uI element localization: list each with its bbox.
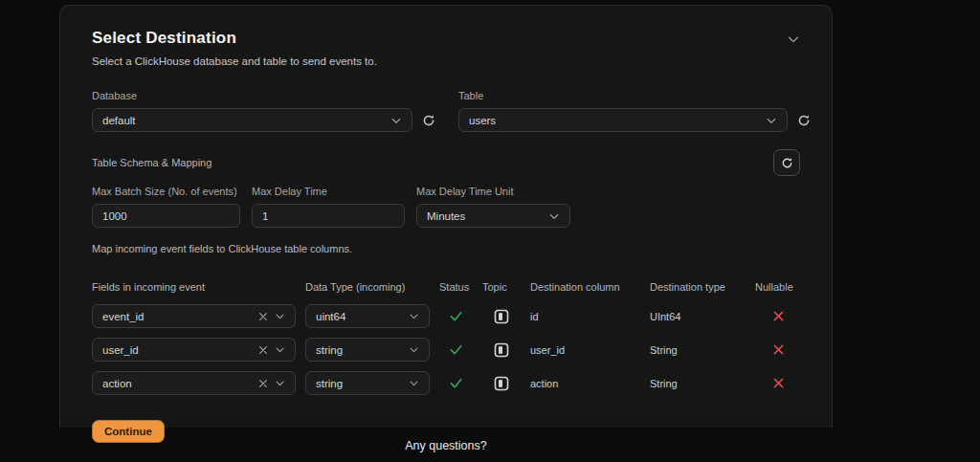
mapping-row: user_id string user_id String — [92, 338, 800, 362]
chevron-down-icon — [766, 115, 777, 126]
schema-refresh-button[interactable] — [773, 149, 800, 176]
max-batch-size-label: Max Batch Size (No. of events) — [92, 186, 240, 197]
page-title: Select Destination — [92, 29, 236, 48]
max-delay-time-label: Max Delay Time — [252, 186, 405, 197]
status-check-icon — [439, 309, 473, 323]
data-type-select-value: uint64 — [316, 311, 345, 322]
clear-icon[interactable] — [258, 345, 268, 355]
destination-column-value: user_id — [530, 344, 640, 356]
schema-section-header: Table Schema & Mapping — [92, 149, 800, 176]
data-type-select[interactable]: string — [305, 371, 430, 395]
nullable-cross-icon — [755, 378, 801, 388]
col-header-destination-column: Destination column — [530, 281, 640, 293]
select-destination-card: Select Destination Select a ClickHouse d… — [59, 5, 833, 428]
table-refresh-icon[interactable] — [797, 108, 811, 132]
max-delay-time-group: Max Delay Time — [252, 186, 405, 228]
max-delay-time-input[interactable] — [252, 204, 405, 228]
status-check-icon — [439, 376, 473, 390]
footer: Any questions? — [59, 436, 833, 453]
field-select-value: event_id — [102, 311, 144, 322]
field-select[interactable]: event_id — [92, 304, 296, 328]
mapping-table: Fields in incoming event Data Type (inco… — [92, 281, 800, 395]
clear-icon[interactable] — [258, 312, 268, 321]
table-select-value: users — [469, 115, 496, 126]
col-header-destination-type: Destination type — [650, 281, 746, 293]
destination-column-value: action — [530, 378, 640, 389]
max-delay-time-unit-label: Max Delay Time Unit — [416, 186, 570, 197]
max-delay-time-unit-select[interactable]: Minutes — [416, 204, 570, 228]
chevron-down-icon — [409, 344, 419, 355]
max-delay-time-unit-value: Minutes — [427, 210, 465, 222]
field-select[interactable]: action — [92, 371, 296, 395]
data-type-select-value: string — [316, 378, 343, 389]
topic-icon[interactable] — [482, 309, 521, 324]
status-check-icon — [439, 342, 473, 357]
topic-icon[interactable] — [482, 342, 521, 358]
chevron-down-icon — [275, 378, 285, 388]
col-header-fields: Fields in incoming event — [92, 281, 296, 293]
database-select-value: default — [102, 115, 136, 126]
card-header: Select Destination — [92, 29, 800, 48]
table-label: Table — [458, 90, 811, 101]
field-select-value: user_id — [102, 344, 139, 356]
footer-question-link[interactable]: Any questions? — [405, 439, 486, 452]
topic-icon[interactable] — [482, 376, 521, 391]
chevron-down-icon — [275, 311, 285, 321]
chevron-down-icon — [409, 378, 419, 388]
collapse-chevron-icon[interactable] — [787, 33, 800, 46]
col-header-topic: Topic — [482, 281, 521, 293]
field-select-value: action — [102, 378, 132, 389]
mapping-hint: Map incoming event fields to ClickHouse … — [92, 243, 800, 254]
destination-type-value: String — [650, 378, 746, 389]
destination-type-value: UInt64 — [650, 311, 746, 322]
table-group: Table users — [458, 90, 811, 132]
database-table-row: Database default Table users — [92, 90, 800, 132]
data-type-select-value: string — [316, 344, 343, 356]
batch-settings-row: Max Batch Size (No. of events) Max Delay… — [92, 186, 800, 228]
database-select[interactable]: default — [92, 108, 412, 132]
chevron-down-icon — [275, 344, 285, 355]
max-delay-time-unit-group: Max Delay Time Unit Minutes — [416, 186, 570, 228]
database-label: Database — [92, 90, 435, 101]
nullable-cross-icon — [755, 311, 801, 321]
database-group: Database default — [92, 90, 435, 132]
chevron-down-icon — [390, 115, 402, 126]
schema-section-label: Table Schema & Mapping — [92, 157, 212, 168]
max-batch-size-group: Max Batch Size (No. of events) — [92, 186, 240, 228]
mapping-table-header: Fields in incoming event Data Type (inco… — [92, 281, 800, 293]
mapping-row: action string action String — [92, 371, 800, 395]
chevron-down-icon — [548, 210, 560, 222]
chevron-down-icon — [409, 311, 419, 321]
card-subtitle: Select a ClickHouse database and table t… — [92, 55, 800, 67]
clear-icon[interactable] — [258, 379, 268, 388]
data-type-select[interactable]: string — [305, 338, 430, 362]
col-header-nullable: Nullable — [755, 281, 801, 293]
col-header-status: Status — [439, 281, 473, 293]
database-refresh-icon[interactable] — [422, 108, 435, 132]
destination-type-value: String — [650, 344, 746, 356]
table-select[interactable]: users — [458, 108, 788, 132]
field-select[interactable]: user_id — [92, 338, 296, 362]
data-type-select[interactable]: uint64 — [305, 304, 430, 328]
max-batch-size-input[interactable] — [92, 204, 240, 228]
nullable-cross-icon — [755, 344, 801, 355]
col-header-data-type: Data Type (incoming) — [305, 281, 430, 293]
mapping-row: event_id uint64 id UInt64 — [92, 304, 800, 328]
destination-column-value: id — [530, 311, 640, 322]
